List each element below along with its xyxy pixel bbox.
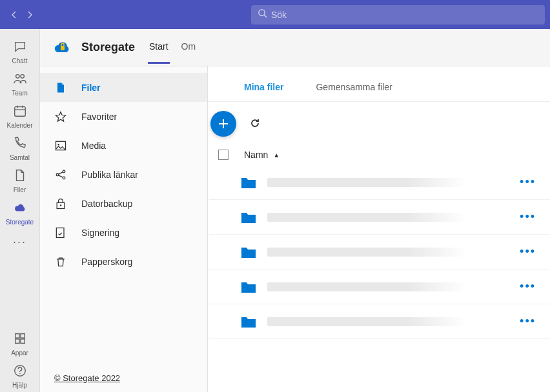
app-tab-start[interactable]: Start <box>148 41 170 64</box>
svg-rect-24 <box>56 228 64 237</box>
svg-line-21 <box>59 175 63 177</box>
sidebar-item-filer[interactable]: Filer <box>40 73 207 102</box>
trash-icon <box>54 255 67 268</box>
svg-point-17 <box>56 173 59 176</box>
file-row[interactable]: ••• <box>209 304 550 339</box>
search-icon <box>258 8 267 21</box>
svg-point-18 <box>63 170 65 173</box>
rail-item-chatt[interactable]: Chatt <box>6 35 34 68</box>
svg-point-13 <box>19 373 20 373</box>
filename-placeholder <box>267 248 467 257</box>
sidebar-item-label: Filer <box>81 83 101 93</box>
file-row[interactable]: ••• <box>209 165 550 200</box>
sidebar-item-label: Media <box>81 141 106 151</box>
app-tab-om[interactable]: Om <box>180 41 198 64</box>
cloud-icon <box>13 201 27 217</box>
rail-label: Filer <box>14 186 26 193</box>
filename-placeholder <box>267 178 467 187</box>
call-icon <box>13 136 27 153</box>
filename-placeholder <box>267 213 467 222</box>
folder-icon <box>240 175 257 190</box>
share-icon <box>54 168 67 181</box>
rail-label: Storegate <box>6 219 34 226</box>
svg-line-20 <box>59 172 63 173</box>
rail-item-team[interactable]: Team <box>6 68 34 100</box>
image-icon <box>54 139 67 152</box>
sidebar-item-label: Signering <box>81 228 119 238</box>
file-row[interactable]: ••• <box>209 200 550 235</box>
sidebar-item-label: Publika länkar <box>81 170 138 180</box>
row-menu-button[interactable]: ••• <box>520 210 541 224</box>
svg-rect-11 <box>20 338 24 342</box>
filename-placeholder <box>267 317 467 326</box>
sidebar-item-label: Papperskorg <box>81 257 132 267</box>
sidebar-item-publika-länkar[interactable]: Publika länkar <box>40 160 207 189</box>
app-name: Storegate <box>81 41 135 54</box>
svg-point-16 <box>57 144 59 146</box>
rail-label: Team <box>12 90 27 97</box>
lock-icon <box>54 197 67 210</box>
search-bar[interactable] <box>251 5 545 24</box>
app-rail: ChattTeamKalenderSamtalFilerStoregate ··… <box>0 29 40 392</box>
filename-placeholder <box>267 282 467 291</box>
row-menu-button[interactable]: ••• <box>520 315 541 328</box>
svg-rect-10 <box>15 338 19 342</box>
nav-forward-button[interactable] <box>23 8 36 21</box>
files-pane: Mina filerGemensamma filer Namn <box>208 66 550 392</box>
files-tab-mina-filer[interactable]: Mina filer <box>244 82 283 93</box>
team-icon <box>13 72 27 88</box>
storegate-logo-icon <box>53 38 72 57</box>
column-name-label: Namn <box>244 150 268 160</box>
add-button[interactable] <box>210 111 236 137</box>
folder-icon <box>240 210 257 224</box>
sidebar: FilerFavoriterMediaPublika länkarDatorba… <box>40 66 208 392</box>
files-tab-gemensamma-filer[interactable]: Gemensamma filer <box>316 82 392 93</box>
folder-icon <box>240 245 257 259</box>
select-all-checkbox[interactable] <box>218 150 229 160</box>
rail-item-hjälp[interactable]: Hjälp <box>11 360 28 392</box>
sidebar-item-label: Datorbackup <box>81 199 132 209</box>
rail-item-kalender[interactable]: Kalender <box>6 100 34 132</box>
row-menu-button[interactable]: ••• <box>520 245 541 259</box>
copyright-link[interactable]: © Storegate 2022 <box>40 364 207 392</box>
svg-rect-9 <box>20 333 24 337</box>
svg-line-1 <box>264 15 267 17</box>
sidebar-item-media[interactable]: Media <box>40 131 207 160</box>
svg-point-23 <box>60 204 62 206</box>
file-row[interactable]: ••• <box>209 235 550 270</box>
refresh-button[interactable] <box>249 117 262 130</box>
sort-asc-icon: ▲ <box>273 152 280 159</box>
app-header: Storegate StartOm <box>40 29 550 66</box>
row-menu-button[interactable]: ••• <box>520 280 541 293</box>
row-menu-button[interactable]: ••• <box>520 175 541 189</box>
rail-more-button[interactable]: ··· <box>13 235 26 249</box>
rail-item-samtal[interactable]: Samtal <box>6 132 34 164</box>
svg-point-0 <box>259 10 265 15</box>
nav-back-button[interactable] <box>8 8 21 21</box>
column-name-header[interactable]: Namn ▲ <box>244 150 280 160</box>
sidebar-item-signering[interactable]: Signering <box>40 218 207 247</box>
file-solid-icon <box>54 81 67 94</box>
sign-icon <box>54 226 67 239</box>
chat-icon <box>13 39 27 56</box>
rail-item-filer[interactable]: Filer <box>6 164 34 197</box>
file-row[interactable]: ••• <box>209 270 550 304</box>
rail-label: Appar <box>11 349 28 357</box>
sidebar-item-papperskorg[interactable]: Papperskorg <box>40 247 207 276</box>
svg-point-19 <box>63 177 65 179</box>
sidebar-item-label: Favoriter <box>81 112 117 122</box>
folder-icon <box>240 280 257 294</box>
svg-rect-14 <box>61 46 65 50</box>
svg-rect-4 <box>14 106 25 116</box>
rail-label: Kalender <box>6 122 32 129</box>
sidebar-item-datorbackup[interactable]: Datorbackup <box>40 189 207 218</box>
rail-label: Hjälp <box>12 382 27 389</box>
folder-icon <box>240 315 257 329</box>
rail-item-appar[interactable]: Appar <box>11 328 28 360</box>
rail-item-storegate[interactable]: Storegate <box>6 197 34 229</box>
svg-rect-8 <box>15 333 19 337</box>
rail-label: Chatt <box>12 57 28 64</box>
search-input[interactable] <box>271 10 538 20</box>
svg-point-3 <box>20 74 23 78</box>
sidebar-item-favoriter[interactable]: Favoriter <box>40 102 207 131</box>
